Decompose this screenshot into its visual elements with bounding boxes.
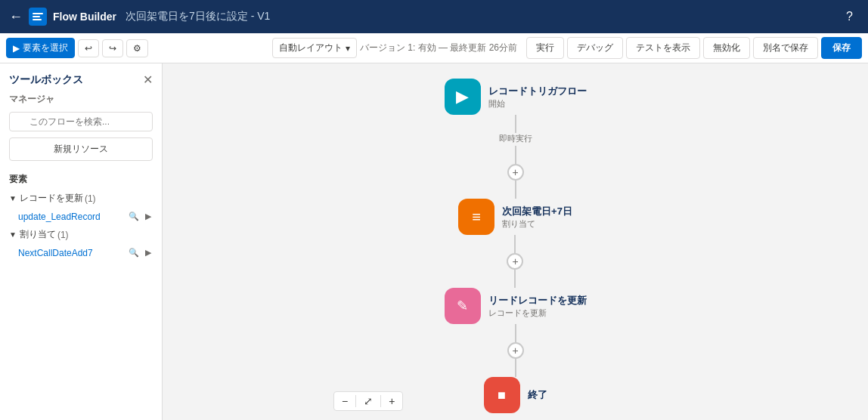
save-button[interactable]: 保存 [821, 37, 862, 59]
flow-node-start-wrapper: ▶ レコードトリガフロー 開始 即時実行 + [445, 79, 587, 199]
flow-node-end-wrapper: ■ 終了 [484, 377, 547, 413]
debug-button[interactable]: デバッグ [567, 37, 623, 59]
category-name: レコードを更新 [20, 192, 83, 205]
flow-builder-icon [29, 8, 47, 26]
connector-6 [515, 359, 516, 377]
sidebar-title: ツールボックス [9, 73, 83, 87]
flow-node-assign[interactable]: ≡ 次回架電日+7日 割り当て [458, 199, 572, 235]
topbar: ← Flow Builder 次回架電日を7日後に設定 - V1 ? [0, 0, 868, 33]
start-node-title: レコードトリガフロー [488, 85, 587, 98]
connector-4 [514, 270, 516, 288]
canvas[interactable]: ▶ レコードトリガフロー 開始 即時実行 + ≡ 次回架電日+7日 [163, 63, 868, 420]
disable-button[interactable]: 無効化 [703, 37, 750, 59]
flow-node-end[interactable]: ■ 終了 [484, 377, 547, 413]
item-name-2: NextCallDateAdd7 [18, 248, 127, 258]
flow-node-start[interactable]: ▶ レコードトリガフロー 開始 [445, 79, 587, 115]
search-wrapper: 🔍 [9, 112, 153, 131]
manager-label: マネージャ [0, 93, 162, 112]
test-button[interactable]: テストを表示 [626, 37, 700, 59]
zoom-fit-button[interactable]: ⤢ [359, 394, 377, 409]
update-node-info: リードレコードを更新 レコードを更新 [488, 294, 587, 319]
category-count-2: (1) [57, 230, 69, 240]
zoom-divider [355, 395, 356, 407]
flow-title: 次回架電日を7日後に設定 - V1 [126, 10, 270, 23]
select-elements-button[interactable]: ▶ 要素を選択 [6, 38, 75, 58]
main-layout: ツールボックス ✕ マネージャ 🔍 新規リソース 要素 ▼ レコードを更新 (1… [0, 63, 868, 420]
connector-1b [515, 146, 516, 164]
start-node-info: レコードトリガフロー 開始 [488, 85, 587, 110]
connector-2 [515, 181, 516, 199]
svg-rect-3 [33, 19, 42, 20]
search-container: 🔍 [0, 112, 162, 137]
end-node-title: 終了 [528, 388, 547, 402]
item-search-button[interactable]: 🔍 [127, 210, 141, 223]
assign-node-icon: ≡ [458, 199, 494, 235]
version-info: バージョン 1: 有効 — 最終更新 26分前 [360, 42, 517, 54]
list-item[interactable]: NextCallDateAdd7 🔍 ▶ [0, 244, 162, 261]
new-resource-button[interactable]: 新規リソース [9, 137, 153, 161]
start-node-subtitle: 開始 [488, 98, 587, 110]
undo-button[interactable]: ↩ [78, 39, 99, 57]
saveas-button[interactable]: 別名で保存 [753, 37, 818, 59]
sidebar-header: ツールボックス ✕ [0, 63, 162, 93]
help-button[interactable]: ? [840, 7, 859, 26]
search-input[interactable] [9, 112, 153, 131]
flow-node-assign-wrapper: ≡ 次回架電日+7日 割り当て + [458, 199, 572, 288]
layout-dropdown[interactable]: 自動レイアウト ▾ [272, 38, 357, 58]
settings-button[interactable]: ⚙ [126, 39, 148, 57]
elements-label: 要素 [0, 170, 162, 189]
chevron-down-icon: ▼ [9, 194, 17, 202]
category-name-2: 割り当て [20, 228, 56, 241]
cursor-icon: ▶ [13, 43, 20, 54]
sidebar: ツールボックス ✕ マネージャ 🔍 新規リソース 要素 ▼ レコードを更新 (1… [0, 63, 163, 420]
app-name: Flow Builder [53, 11, 116, 23]
zoom-in-button[interactable]: + [384, 394, 399, 409]
back-button[interactable]: ← [9, 9, 23, 25]
assign-node-title: 次回架電日+7日 [502, 205, 572, 218]
run-button[interactable]: 実行 [526, 37, 564, 59]
start-node-icon: ▶ [445, 79, 481, 115]
end-node-icon: ■ [484, 377, 520, 413]
flow-node-update-wrapper: ✎ リードレコードを更新 レコードを更新 + [445, 288, 587, 377]
item-name: update_LeadRecord [18, 212, 127, 222]
item-actions-2: 🔍 ▶ [127, 246, 153, 259]
add-node-button-2[interactable]: + [507, 253, 523, 270]
connector-5 [515, 324, 516, 342]
item-search-button-2[interactable]: 🔍 [127, 246, 141, 259]
category-count: (1) [85, 193, 96, 204]
item-expand-button-2[interactable]: ▶ [144, 246, 153, 259]
chevron-down-icon-2: ▼ [9, 230, 17, 239]
update-node-subtitle: レコードを更新 [488, 307, 587, 319]
zoom-divider-2 [380, 395, 381, 407]
connector-1 [515, 115, 516, 133]
item-actions: 🔍 ▶ [127, 210, 153, 223]
zoom-controls: − ⤢ + [333, 391, 403, 411]
add-node-button-3[interactable]: + [507, 342, 524, 359]
category-record-update[interactable]: ▼ レコードを更新 (1) [0, 189, 162, 208]
start-below-label: 即時実行 [499, 133, 532, 144]
chevron-icon: ▾ [346, 43, 350, 54]
connector-3 [514, 235, 516, 253]
end-node-info: 終了 [528, 388, 547, 402]
list-item[interactable]: update_LeadRecord 🔍 ▶ [0, 208, 162, 225]
flow-node-update[interactable]: ✎ リードレコードを更新 レコードを更新 [445, 288, 587, 324]
close-sidebar-button[interactable]: ✕ [143, 73, 153, 87]
category-assign[interactable]: ▼ 割り当て (1) [0, 225, 162, 244]
redo-button[interactable]: ↪ [102, 39, 123, 57]
assign-node-subtitle: 割り当て [502, 218, 572, 230]
assign-node-info: 次回架電日+7日 割り当て [502, 205, 572, 230]
flow-container: ▶ レコードトリガフロー 開始 即時実行 + ≡ 次回架電日+7日 [445, 79, 587, 413]
add-node-button-1[interactable]: + [507, 164, 524, 181]
toolbar: ▶ 要素を選択 ↩ ↪ ⚙ 自動レイアウト ▾ バージョン 1: 有効 — 最終… [0, 33, 868, 63]
svg-rect-2 [33, 16, 40, 17]
update-node-icon: ✎ [445, 288, 481, 324]
item-expand-button[interactable]: ▶ [144, 210, 153, 223]
zoom-out-button[interactable]: − [337, 394, 352, 409]
svg-rect-1 [33, 13, 43, 14]
update-node-title: リードレコードを更新 [488, 294, 587, 307]
